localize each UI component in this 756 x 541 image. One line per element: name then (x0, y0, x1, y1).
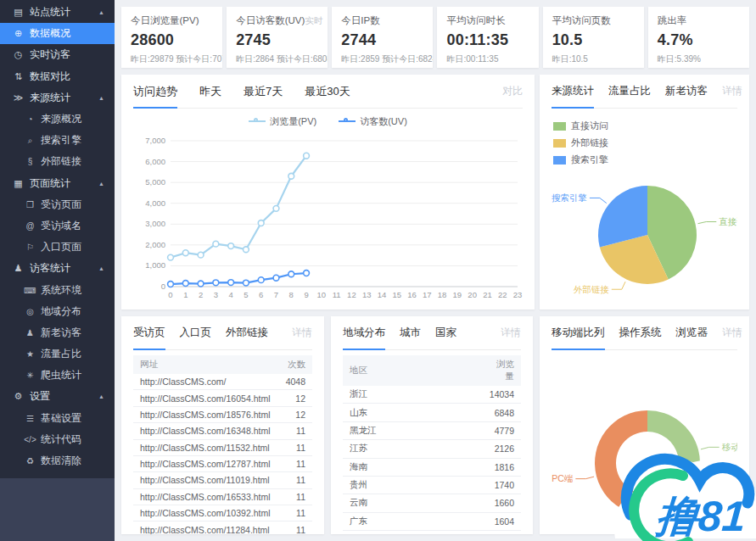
overview-icon: ◔ (24, 114, 36, 124)
sidebar-item-flag[interactable]: ⚐入口页面 (0, 237, 115, 258)
sidebar-item-globe[interactable]: ⊕数据概况 (0, 23, 115, 44)
row-label: http://ClassCMS.com/16348.html (133, 423, 273, 439)
table-row[interactable]: 浙江14034 (343, 386, 521, 404)
visitor-icon: ♟ (11, 263, 25, 274)
stat-card: 今日IP数2744昨日:2859 预计今日:6824∧ (332, 7, 433, 68)
table-row[interactable]: http://ClassCMS.com/4048 (133, 374, 312, 390)
table-row[interactable]: http://ClassCMS.com/16533.html11 (133, 488, 312, 505)
table-row[interactable]: http://ClassCMS.com/11019.html11 (133, 472, 312, 488)
tab-device_panel-0[interactable]: 移动端比列 (552, 316, 605, 349)
svg-text:17: 17 (423, 290, 432, 299)
tab-pages_panel-2[interactable]: 外部链接 (226, 316, 268, 349)
sidebar-item-label: 地域分布 (41, 304, 81, 319)
sidebar-item-pages[interactable]: ▦页面统计▲ (0, 173, 115, 194)
row-label: 山东 (343, 404, 482, 421)
region_panel-action-link[interactable]: 详情 (501, 326, 521, 340)
realtime-link[interactable]: 实时 (305, 15, 322, 27)
tab-trend_panel-2[interactable]: 最近7天 (244, 75, 283, 108)
sidebar-item-visitor[interactable]: ♟访客统计▲ (0, 258, 115, 279)
sidebar-item-gear[interactable]: ⚙设置▲ (0, 386, 115, 407)
tab-pages_panel-1[interactable]: 入口页 (180, 316, 212, 349)
device_panel-action-link[interactable]: 详情 (722, 326, 742, 340)
table-row[interactable]: http://ClassCMS.com/16054.html12 (133, 390, 312, 406)
row-value: 4779 (482, 421, 521, 439)
row-value: 12 (273, 406, 312, 422)
sidebar-item-at[interactable]: @受访域名 (0, 215, 115, 237)
table-row[interactable]: http://ClassCMS.com/11284.html11 (133, 521, 312, 534)
source-legend-item-0[interactable]: 直接访问 (553, 120, 737, 132)
sidebar-item-label: 受访域名 (41, 219, 81, 233)
table-row[interactable]: 广西962 (343, 531, 521, 535)
sidebar-item-sources[interactable]: ≫来源统计▲ (0, 87, 115, 109)
table-row[interactable]: 黑龙江4779 (343, 421, 521, 439)
svg-text:20: 20 (468, 290, 477, 299)
sidebar-item-user[interactable]: ♟新老访客 (0, 322, 115, 343)
trend_panel-action-link[interactable]: 对比 (502, 84, 523, 98)
svg-text:2,000: 2,000 (145, 240, 165, 249)
pages-tabs: 受访页入口页外部链接详情 (133, 316, 312, 350)
svg-text:1,000: 1,000 (145, 260, 165, 270)
sidebar-item-label: 入口页面 (41, 240, 81, 254)
table-row[interactable]: 江苏2126 (343, 440, 521, 458)
tab-source_panel-1[interactable]: 流量占比 (608, 75, 651, 108)
table-row[interactable]: http://ClassCMS.com/11532.html11 (133, 439, 312, 455)
sidebar-item-label: 爬虫统计 (41, 368, 81, 382)
sidebar-item-system[interactable]: ⌨系统环境 (0, 279, 115, 300)
legend-item-0[interactable]: 浏览量(PV) (249, 115, 316, 128)
legend-label: 搜索引擎 (571, 153, 608, 166)
sidebar-item-compare[interactable]: ⇅数据对比 (0, 66, 115, 87)
sidebar-item-search[interactable]: ⌕搜索引擎 (0, 130, 115, 151)
sidebar-item-label: 页面统计 (30, 176, 70, 191)
code-icon: </> (24, 435, 36, 444)
sidebar-item-page[interactable]: ❐受访页面 (0, 194, 115, 215)
svg-text:23: 23 (513, 290, 523, 299)
tab-source_panel-0[interactable]: 来源统计 (552, 75, 594, 108)
sidebar-item-link[interactable]: §外部链接 (0, 151, 115, 172)
sidebar-item-code[interactable]: </>统计代码 (0, 429, 115, 450)
tab-pages_panel-0[interactable]: 受访页 (133, 316, 165, 349)
sidebar-item-star[interactable]: ★流量占比 (0, 343, 115, 365)
sidebar-item-clock[interactable]: ◷实时访客 (0, 44, 115, 65)
source-legend-item-1[interactable]: 外部链接 (553, 137, 737, 149)
table-row[interactable]: 山东6848 (343, 404, 521, 421)
pages_panel-action-link[interactable]: 详情 (292, 326, 312, 340)
source-panel: 来源统计流量占比新老访客详情 直接访问外部链接搜索引擎 直接访问外部链接搜索引擎 (540, 75, 749, 310)
table-row[interactable]: 贵州1740 (343, 476, 521, 494)
tab-region_panel-2[interactable]: 国家 (435, 316, 456, 349)
table-row[interactable]: 云南1660 (343, 494, 521, 512)
tab-region_panel-1[interactable]: 城市 (400, 316, 421, 349)
sidebar-item-label: 来源概况 (41, 112, 81, 126)
sidebar-item-sliders[interactable]: ☰基础设置 (0, 408, 115, 429)
sidebar-item-overview[interactable]: ◔来源概况 (0, 109, 115, 130)
svg-text:0: 0 (161, 282, 165, 291)
sidebar-item-display[interactable]: ▤站点统计▲ (0, 2, 115, 23)
sidebar-item-location[interactable]: ◎地域分布 (0, 301, 115, 322)
table-row[interactable]: 广东1604 (343, 512, 521, 530)
legend-item-1[interactable]: 访客数(UV) (339, 115, 407, 128)
table-row[interactable]: http://ClassCMS.com/16348.html11 (133, 423, 312, 439)
sidebar-item-spider[interactable]: ✳爬虫统计 (0, 365, 115, 386)
table-row[interactable]: 海南1816 (343, 458, 521, 476)
sidebar-item-label: 实时访客 (30, 47, 70, 62)
row-label: http://ClassCMS.com/ (133, 374, 273, 390)
table-row[interactable]: http://ClassCMS.com/18576.html12 (133, 406, 312, 422)
source_panel-action-link[interactable]: 详情 (722, 84, 742, 98)
table-row[interactable]: http://ClassCMS.com/10392.html11 (133, 505, 312, 521)
tab-device_panel-1[interactable]: 操作系统 (619, 316, 662, 349)
table-row[interactable]: http://ClassCMS.com/12787.html11 (133, 455, 312, 471)
tab-trend_panel-3[interactable]: 最近30天 (305, 75, 350, 108)
source-legend-item-2[interactable]: 搜索引擎 (553, 153, 737, 166)
tab-trend_panel-0[interactable]: 访问趋势 (133, 75, 177, 108)
collapse-arrow-icon: ▲ (98, 9, 104, 15)
tab-region_panel-0[interactable]: 地域分布 (343, 316, 385, 349)
tab-source_panel-2[interactable]: 新老访客 (665, 75, 708, 108)
user-icon: ♟ (24, 328, 36, 337)
sidebar-item-trash[interactable]: ♻数据清除 (0, 450, 115, 471)
svg-text:18: 18 (438, 290, 447, 299)
tab-trend_panel-1[interactable]: 昨天 (199, 75, 221, 108)
tab-device_panel-2[interactable]: 浏览器 (676, 316, 708, 349)
stat-cards-row: 今日浏览量(PV)28600昨日:29879 预计今日:70780今日访客数(U… (121, 7, 749, 68)
collapse-arrow-icon: ▲ (98, 95, 104, 101)
col-header: 次数 (273, 355, 312, 374)
stat-card: 今日访客数(UV)实时2745昨日:2864 预计今日:6808∧ (227, 7, 328, 68)
